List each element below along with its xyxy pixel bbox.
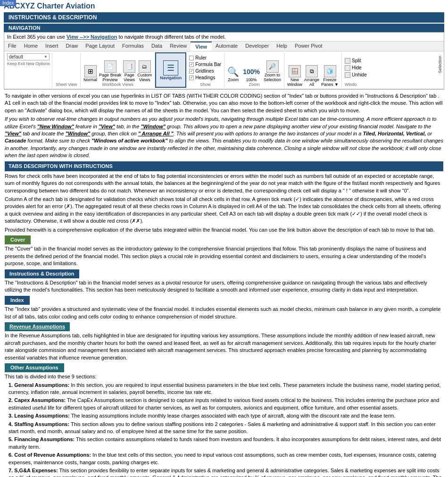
- nav-text: In Excel 365 you can use View -->> Navig…: [4, 33, 444, 41]
- name-box-area: default ▼ Keep Exit New Options: [5, 52, 52, 88]
- ribbon-group-split: Split Hide Unhide Windo: [342, 52, 370, 88]
- tabs-intro-1: Rows for check cells have been incorpora…: [5, 173, 443, 194]
- window-label: Windo: [345, 82, 357, 87]
- ribbon-tab-pagelayout[interactable]: Page Layout: [82, 42, 118, 51]
- other-assumptions-intro: This tab is divided into these 9 section…: [5, 373, 443, 380]
- split-btn[interactable]: Split: [345, 58, 367, 64]
- cover-tab-label[interactable]: Cover: [5, 235, 31, 244]
- zoom-100-btn[interactable]: 100% 100%: [241, 66, 262, 82]
- tabs-description-header: TABS DESCRIPTON WITH INSTRUCTIONS: [5, 161, 443, 171]
- index-badge: Index: [0, 0, 16, 6]
- unhide-btn[interactable]: Unhide: [345, 72, 367, 78]
- ribbon-tab-draw[interactable]: Draw: [62, 42, 82, 51]
- nav-para-2: If you wish to observe real-time changes…: [5, 116, 443, 159]
- cover-tab-section: Cover The "Cover" tab in the financial m…: [5, 235, 443, 268]
- ribbon-tab-powerpivot[interactable]: Power Pivot: [291, 42, 326, 51]
- nav-para-1: To navigate in other versions of excel y…: [5, 92, 443, 114]
- assumption-item-1: 1. General Assumptions: In this section,…: [5, 382, 443, 396]
- other-assumptions-section: Other Assumptions This tab is divided in…: [5, 363, 443, 477]
- cover-tab-desc: The "Cover" tab in the financial model s…: [5, 245, 443, 267]
- zoom-to-selection-btn[interactable]: 🔎 Zoom to Selection: [264, 60, 281, 82]
- revenue-tab-label[interactable]: Revenue Assumptions: [5, 322, 70, 331]
- normal-view-btn[interactable]: ⊞ Normal: [83, 65, 97, 82]
- gridlines-checkbox[interactable]: ✓ Gridlines: [189, 68, 221, 74]
- index-tab-section: Index The "Index tab" provides a structu…: [5, 296, 443, 320]
- formulabar-checkbox[interactable]: ✓ Formula Bar: [189, 62, 221, 67]
- revenue-tab-desc: In the Revenue Assumptions tab, cells hi…: [5, 332, 443, 361]
- options-button[interactable]: Options: [35, 61, 50, 66]
- assumption-item-3: 3. Leasing Assumptions: The leasing assu…: [5, 412, 443, 419]
- instructions-tab-label[interactable]: Instructions & Description: [5, 269, 79, 278]
- ribbon-group-window: 🪟 New Window ⧉ Arrange All 🧊 Freeze Pane…: [284, 52, 342, 88]
- ribbon-tab-developer[interactable]: Developer: [241, 42, 273, 51]
- assumption-item-6: 6. Cost of Revenue Assumptions: In the b…: [5, 452, 443, 466]
- assumption-item-5: 5. Financing Assumptions: This section c…: [5, 436, 443, 451]
- ribbon-tab-view[interactable]: View: [191, 42, 212, 51]
- other-assumptions-items: 1. General Assumptions: In this section,…: [5, 382, 443, 477]
- ribbon-tab-home[interactable]: Home: [20, 42, 41, 51]
- sheetview-label: Sheet View: [56, 82, 77, 87]
- tabs-intro-3: Provided herewith is a comprehensive exp…: [5, 226, 443, 234]
- assumption-item-7: 7. S,G&A Expenses: This section provides…: [5, 467, 443, 477]
- new-window-btn[interactable]: 🪟 New Window: [287, 65, 302, 87]
- freeze-panes-btn[interactable]: 🧊 Freeze Panes ▼: [321, 65, 339, 87]
- assumption-item-2: 2. Capex Assumptions: The CapEx Assumpti…: [5, 397, 443, 411]
- new-button[interactable]: New: [26, 61, 34, 66]
- ribbon-tab-file[interactable]: File: [4, 42, 20, 51]
- main-content: To navigate in other versions of excel y…: [0, 92, 448, 477]
- headings-checkbox[interactable]: ✓ Headings: [189, 75, 221, 80]
- ruler-checkbox[interactable]: Ruler: [189, 55, 221, 60]
- other-assumptions-label[interactable]: Other Assumptions: [5, 363, 64, 372]
- revenue-tab-section: Revenue Assumptions In the Revenue Assum…: [5, 322, 443, 361]
- zoom-btn[interactable]: 🔍 Zoom: [227, 66, 239, 82]
- ribbon-tab-insert[interactable]: Insert: [41, 42, 62, 51]
- instructions-tab-desc: The "Instructions & Description" tab in …: [5, 279, 443, 294]
- zoom-label: Zoom: [249, 82, 260, 87]
- page-views-btn[interactable]: 📑 Page Views: [123, 60, 135, 82]
- ribbon-tab-help[interactable]: Help: [273, 42, 291, 51]
- page-break-preview-btn[interactable]: 📄 Page Break Preview: [99, 60, 121, 82]
- assumption-item-4: 4. Staffing Assumptions: This section al…: [5, 421, 443, 435]
- ribbon-tabs-row: File Home Insert Draw Page Layout Formul…: [4, 41, 444, 51]
- arrange-all-btn[interactable]: ⧉ Arrange All: [304, 65, 319, 87]
- app-title: ABCXYZ Charter Aviation: [0, 0, 448, 11]
- index-tab-label[interactable]: Index: [5, 296, 30, 305]
- ribbon-group-sheetview: Sheet View: [52, 52, 81, 88]
- ribbon-tab-data[interactable]: Data: [148, 42, 166, 51]
- navigation-box: In Excel 365 you can use View -->> Navig…: [4, 32, 444, 90]
- ribbon-tab-automate[interactable]: Automate: [212, 42, 241, 51]
- instructions-tab-section: Instructions & Description The "Instruct…: [5, 269, 443, 294]
- index-tab-desc: The "Index tab" provides a structured an…: [5, 306, 443, 320]
- exit-button[interactable]: Exit: [18, 61, 25, 66]
- ribbon-group-workbookviews: ⊞ Normal 📄 Page Break Preview 📑 Page Vie…: [81, 52, 155, 88]
- workbookviews-label: Workbook Views: [102, 82, 133, 87]
- ribbon-group-zoom: 🔍 Zoom 100% 100% 🔎 Zoom to Selection Zoo…: [224, 52, 284, 88]
- navigation-header: NAVIGATION: [4, 24, 444, 32]
- hide-btn[interactable]: Hide: [345, 65, 367, 71]
- tabs-intro-2: Column A of the each tab is designated f…: [5, 196, 443, 225]
- ribbon-group-show: Ruler ✓ Formula Bar ✓ Gridlines ✓ Headin…: [186, 52, 224, 88]
- ribbon-group-navigation: ☰ Navigation: [155, 52, 186, 88]
- instructions-header: INSTRUCTIONS & DESCRIPTION: [4, 12, 444, 23]
- show-label: Show: [200, 82, 211, 87]
- ribbon-tab-review[interactable]: Review: [166, 42, 191, 51]
- keep-button[interactable]: Keep: [7, 61, 17, 66]
- selection-label: Selection: [438, 56, 442, 73]
- custom-views-btn[interactable]: 🗂 Custom Views: [137, 60, 152, 82]
- ribbon-content: default ▼ Keep Exit New Options Sheet Vi…: [4, 51, 444, 89]
- name-box-dropdown-icon[interactable]: ▼: [44, 55, 48, 59]
- navigation-btn[interactable]: ☰ Navigation: [160, 60, 182, 80]
- ribbon-tab-formulas[interactable]: Formulas: [118, 42, 148, 51]
- name-box-value: default: [9, 54, 43, 59]
